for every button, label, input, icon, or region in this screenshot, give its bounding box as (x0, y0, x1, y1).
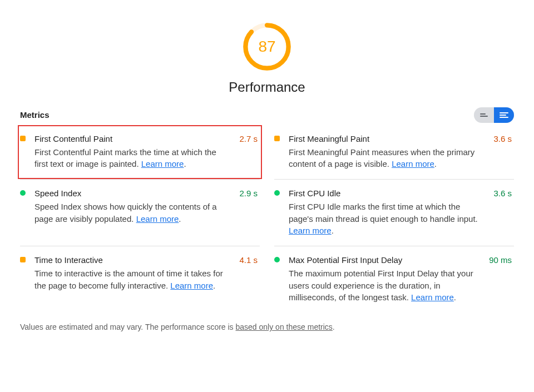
learn-more-link[interactable]: Learn more (289, 226, 332, 235)
metric-card: Time to InteractiveTime to interactive i… (20, 246, 260, 312)
metric-card: First Meaningful PaintFirst Meaningful P… (274, 125, 514, 179)
metric-name: Speed Index (34, 187, 231, 200)
status-pass-icon (20, 190, 26, 196)
metric-body: Max Potential First Input DelayThe maxim… (289, 254, 487, 304)
metric-desc-post: . (332, 226, 334, 235)
gauge-label: Performance (229, 78, 305, 97)
footer-text-pre: Values are estimated and may vary. The p… (20, 322, 236, 331)
metric-description: First Contentful Paint marks the time at… (34, 146, 231, 171)
gauge-score: 87 (241, 21, 293, 72)
view-compact-button[interactable] (474, 107, 494, 123)
metric-card: Speed IndexSpeed Index shows how quickly… (20, 179, 260, 246)
metrics-grid: First Contentful PaintFirst Contentful P… (20, 125, 514, 312)
metric-value: 90 ms (489, 254, 512, 304)
status-avg-icon (20, 136, 26, 141)
metric-desc-text: First Contentful Paint marks the time at… (34, 147, 216, 169)
learn-more-link[interactable]: Learn more (136, 214, 179, 224)
metric-name: First CPU Idle (289, 187, 486, 200)
view-expanded-button[interactable] (494, 107, 514, 123)
status-avg-icon (20, 257, 26, 262)
metric-card: First CPU IdleFirst CPU Idle marks the f… (274, 179, 514, 246)
metric-desc-post: . (179, 214, 181, 224)
metric-desc-post: . (434, 159, 437, 168)
performance-gauge-area: 87 Performance (20, 11, 514, 97)
metric-body: First CPU IdleFirst CPU Idle marks the f… (289, 187, 491, 237)
metric-value: 4.1 s (239, 254, 258, 304)
metric-value: 3.6 s (493, 187, 512, 237)
learn-more-link[interactable]: Learn more (170, 281, 213, 290)
metric-desc-post: . (213, 281, 215, 290)
metric-desc-post: . (184, 159, 186, 168)
metric-desc-post: . (454, 292, 456, 302)
metric-description: Speed Index shows how quickly the conten… (34, 201, 231, 225)
metric-value: 3.6 s (493, 133, 512, 170)
metric-name: First Contentful Paint (34, 133, 231, 145)
view-toggle (474, 107, 514, 123)
metric-name: Time to Interactive (34, 254, 231, 266)
footer-link[interactable]: based only on these metrics (236, 322, 333, 331)
metric-body: First Contentful PaintFirst Contentful P… (34, 133, 237, 170)
learn-more-link[interactable]: Learn more (392, 159, 434, 168)
metric-value: 2.7 s (239, 133, 258, 170)
metric-body: Speed IndexSpeed Index shows how quickly… (34, 187, 237, 237)
metric-description: Time to interactive is the amount of tim… (34, 267, 231, 292)
metric-card: First Contentful PaintFirst Contentful P… (18, 125, 262, 179)
footer-note: Values are estimated and may vary. The p… (20, 321, 514, 333)
compact-lines-icon (480, 113, 488, 117)
metric-desc-text: Speed Index shows how quickly the conten… (34, 202, 217, 224)
metric-desc-text: First Meaningful Paint measures when the… (289, 147, 474, 169)
gauge: 87 (241, 21, 293, 72)
learn-more-link[interactable]: Learn more (141, 159, 184, 168)
metric-card: Max Potential First Input DelayThe maxim… (274, 246, 514, 312)
footer-text-post: . (333, 322, 335, 331)
metric-description: First CPU Idle marks the first time at w… (289, 201, 486, 237)
metric-body: Time to InteractiveTime to interactive i… (34, 254, 237, 304)
status-pass-icon (274, 190, 280, 196)
status-avg-icon (274, 136, 280, 141)
metrics-heading: Metrics (20, 109, 50, 121)
metric-description: First Meaningful Paint measures when the… (289, 146, 486, 171)
learn-more-link[interactable]: Learn more (411, 292, 454, 302)
metric-body: First Meaningful PaintFirst Meaningful P… (289, 133, 491, 170)
status-pass-icon (274, 257, 280, 262)
metric-description: The maximum potential First Input Delay … (289, 267, 481, 304)
metric-name: First Meaningful Paint (289, 133, 486, 145)
metric-desc-text: First CPU Idle marks the first time at w… (289, 202, 478, 224)
metric-value: 2.9 s (239, 187, 258, 237)
expanded-lines-icon (500, 112, 508, 118)
metric-name: Max Potential First Input Delay (289, 254, 481, 266)
